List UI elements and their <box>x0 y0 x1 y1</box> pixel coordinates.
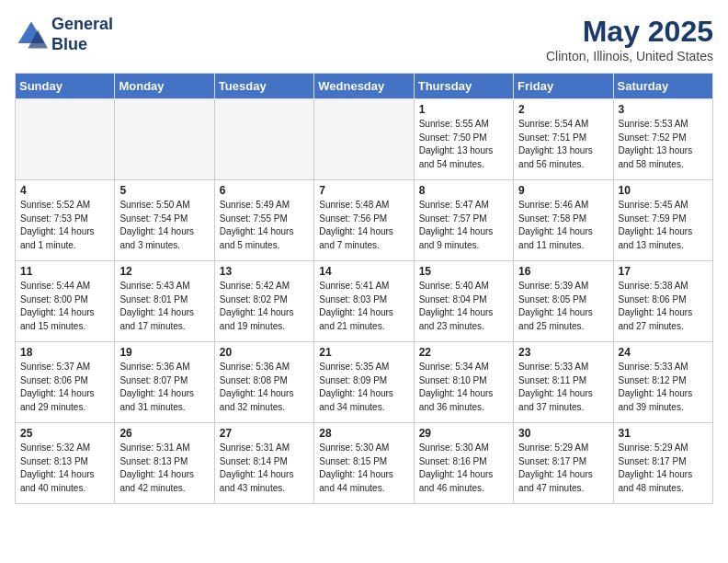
calendar-cell: 21Sunrise: 5:35 AMSunset: 8:09 PMDayligh… <box>314 342 414 423</box>
cell-info: Sunrise: 5:34 AMSunset: 8:10 PMDaylight:… <box>419 361 508 414</box>
calendar-cell: 20Sunrise: 5:36 AMSunset: 8:08 PMDayligh… <box>214 342 313 423</box>
calendar-cell: 2Sunrise: 5:54 AMSunset: 7:51 PMDaylight… <box>514 99 613 180</box>
weekday-header-saturday: Saturday <box>613 74 712 99</box>
day-number: 13 <box>220 265 309 278</box>
calendar-cell: 8Sunrise: 5:47 AMSunset: 7:57 PMDaylight… <box>414 180 513 261</box>
calendar-cell: 27Sunrise: 5:31 AMSunset: 8:14 PMDayligh… <box>214 423 313 504</box>
title-section: May 2025 Clinton, Illinois, United State… <box>546 15 713 63</box>
cell-info: Sunrise: 5:36 AMSunset: 8:08 PMDaylight:… <box>220 361 309 414</box>
calendar-cell: 25Sunrise: 5:32 AMSunset: 8:13 PMDayligh… <box>16 423 115 504</box>
cell-info: Sunrise: 5:55 AMSunset: 7:50 PMDaylight:… <box>419 118 508 171</box>
calendar-cell: 31Sunrise: 5:29 AMSunset: 8:17 PMDayligh… <box>613 423 712 504</box>
cell-info: Sunrise: 5:45 AMSunset: 7:59 PMDaylight:… <box>619 199 708 252</box>
day-number: 16 <box>518 265 608 278</box>
cell-info: Sunrise: 5:52 AMSunset: 7:53 PMDaylight:… <box>20 199 109 252</box>
cell-info: Sunrise: 5:54 AMSunset: 7:51 PMDaylight:… <box>518 118 608 171</box>
day-number: 17 <box>619 265 708 278</box>
logo-icon <box>15 18 48 52</box>
day-number: 3 <box>619 103 708 116</box>
calendar-cell: 13Sunrise: 5:42 AMSunset: 8:02 PMDayligh… <box>214 261 313 342</box>
calendar-cell: 10Sunrise: 5:45 AMSunset: 7:59 PMDayligh… <box>613 180 712 261</box>
day-number: 10 <box>619 184 708 197</box>
weekday-header-wednesday: Wednesday <box>314 74 414 99</box>
cell-info: Sunrise: 5:36 AMSunset: 8:07 PMDaylight:… <box>119 361 209 414</box>
day-number: 22 <box>419 346 508 359</box>
day-number: 29 <box>419 427 508 440</box>
calendar-cell: 18Sunrise: 5:37 AMSunset: 8:06 PMDayligh… <box>16 342 115 423</box>
calendar-cell: 7Sunrise: 5:48 AMSunset: 7:56 PMDaylight… <box>314 180 414 261</box>
day-number: 20 <box>220 346 309 359</box>
day-number: 1 <box>419 103 508 116</box>
calendar-cell: 15Sunrise: 5:40 AMSunset: 8:04 PMDayligh… <box>414 261 513 342</box>
cell-info: Sunrise: 5:53 AMSunset: 7:52 PMDaylight:… <box>619 118 708 171</box>
day-number: 30 <box>518 427 608 440</box>
cell-info: Sunrise: 5:29 AMSunset: 8:17 PMDaylight:… <box>518 442 608 495</box>
week-row-4: 18Sunrise: 5:37 AMSunset: 8:06 PMDayligh… <box>16 342 713 423</box>
calendar-cell: 22Sunrise: 5:34 AMSunset: 8:10 PMDayligh… <box>414 342 513 423</box>
calendar-cell: 11Sunrise: 5:44 AMSunset: 8:00 PMDayligh… <box>16 261 115 342</box>
calendar-cell: 29Sunrise: 5:30 AMSunset: 8:16 PMDayligh… <box>414 423 513 504</box>
day-number: 23 <box>518 346 608 359</box>
day-number: 15 <box>419 265 508 278</box>
day-number: 24 <box>619 346 708 359</box>
cell-info: Sunrise: 5:41 AMSunset: 8:03 PMDaylight:… <box>319 280 408 333</box>
calendar-cell <box>115 99 214 180</box>
weekday-header-tuesday: Tuesday <box>214 74 313 99</box>
cell-info: Sunrise: 5:37 AMSunset: 8:06 PMDaylight:… <box>20 361 109 414</box>
cell-info: Sunrise: 5:30 AMSunset: 8:15 PMDaylight:… <box>319 442 408 495</box>
calendar-cell: 19Sunrise: 5:36 AMSunset: 8:07 PMDayligh… <box>115 342 214 423</box>
logo-line2: Blue <box>51 35 113 55</box>
calendar-cell: 12Sunrise: 5:43 AMSunset: 8:01 PMDayligh… <box>115 261 214 342</box>
month-title: May 2025 <box>546 15 713 49</box>
day-number: 27 <box>220 427 309 440</box>
cell-info: Sunrise: 5:31 AMSunset: 8:13 PMDaylight:… <box>119 442 209 495</box>
cell-info: Sunrise: 5:39 AMSunset: 8:05 PMDaylight:… <box>518 280 608 333</box>
cell-info: Sunrise: 5:31 AMSunset: 8:14 PMDaylight:… <box>220 442 309 495</box>
cell-info: Sunrise: 5:30 AMSunset: 8:16 PMDaylight:… <box>419 442 508 495</box>
day-number: 11 <box>20 265 109 278</box>
calendar-cell: 9Sunrise: 5:46 AMSunset: 7:58 PMDaylight… <box>514 180 613 261</box>
weekday-header-friday: Friday <box>514 74 613 99</box>
calendar-cell: 30Sunrise: 5:29 AMSunset: 8:17 PMDayligh… <box>514 423 613 504</box>
cell-info: Sunrise: 5:29 AMSunset: 8:17 PMDaylight:… <box>619 442 708 495</box>
day-number: 21 <box>319 346 408 359</box>
week-row-3: 11Sunrise: 5:44 AMSunset: 8:00 PMDayligh… <box>16 261 713 342</box>
day-number: 28 <box>319 427 408 440</box>
day-number: 9 <box>518 184 608 197</box>
cell-info: Sunrise: 5:43 AMSunset: 8:01 PMDaylight:… <box>119 280 209 333</box>
logo: General Blue <box>15 15 113 54</box>
cell-info: Sunrise: 5:38 AMSunset: 8:06 PMDaylight:… <box>619 280 708 333</box>
calendar-cell: 5Sunrise: 5:50 AMSunset: 7:54 PMDaylight… <box>115 180 214 261</box>
cell-info: Sunrise: 5:47 AMSunset: 7:57 PMDaylight:… <box>419 199 508 252</box>
calendar-cell: 1Sunrise: 5:55 AMSunset: 7:50 PMDaylight… <box>414 99 513 180</box>
logo-line1: General <box>51 15 113 35</box>
day-number: 25 <box>20 427 109 440</box>
day-number: 19 <box>119 346 209 359</box>
location: Clinton, Illinois, United States <box>546 49 713 63</box>
cell-info: Sunrise: 5:35 AMSunset: 8:09 PMDaylight:… <box>319 361 408 414</box>
day-number: 18 <box>20 346 109 359</box>
cell-info: Sunrise: 5:49 AMSunset: 7:55 PMDaylight:… <box>220 199 309 252</box>
day-number: 8 <box>419 184 508 197</box>
weekday-header-row: SundayMondayTuesdayWednesdayThursdayFrid… <box>16 74 713 99</box>
cell-info: Sunrise: 5:46 AMSunset: 7:58 PMDaylight:… <box>518 199 608 252</box>
day-number: 14 <box>319 265 408 278</box>
calendar-cell: 17Sunrise: 5:38 AMSunset: 8:06 PMDayligh… <box>613 261 712 342</box>
calendar-cell: 3Sunrise: 5:53 AMSunset: 7:52 PMDaylight… <box>613 99 712 180</box>
day-number: 5 <box>119 184 209 197</box>
week-row-2: 4Sunrise: 5:52 AMSunset: 7:53 PMDaylight… <box>16 180 713 261</box>
day-number: 6 <box>220 184 309 197</box>
day-number: 2 <box>518 103 608 116</box>
calendar-table: SundayMondayTuesdayWednesdayThursdayFrid… <box>15 73 713 504</box>
calendar-cell <box>214 99 313 180</box>
calendar-cell: 24Sunrise: 5:33 AMSunset: 8:12 PMDayligh… <box>613 342 712 423</box>
cell-info: Sunrise: 5:50 AMSunset: 7:54 PMDaylight:… <box>119 199 209 252</box>
cell-info: Sunrise: 5:42 AMSunset: 8:02 PMDaylight:… <box>220 280 309 333</box>
calendar-cell: 28Sunrise: 5:30 AMSunset: 8:15 PMDayligh… <box>314 423 414 504</box>
calendar-cell: 26Sunrise: 5:31 AMSunset: 8:13 PMDayligh… <box>115 423 214 504</box>
cell-info: Sunrise: 5:40 AMSunset: 8:04 PMDaylight:… <box>419 280 508 333</box>
day-number: 31 <box>619 427 708 440</box>
calendar-cell <box>16 99 115 180</box>
weekday-header-monday: Monday <box>115 74 214 99</box>
calendar-cell <box>314 99 414 180</box>
